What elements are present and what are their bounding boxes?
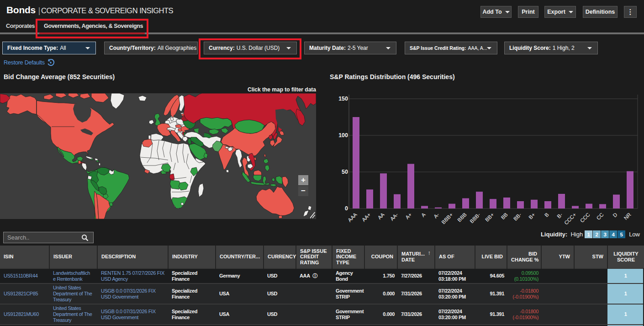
svg-text:D: D bbox=[612, 212, 618, 218]
svg-text:B: B bbox=[544, 212, 550, 218]
svg-text:B+: B+ bbox=[528, 212, 536, 220]
svg-text:BBB: BBB bbox=[456, 212, 468, 223]
svg-text:BBB-: BBB- bbox=[469, 212, 481, 224]
svg-text:CC: CC bbox=[596, 212, 605, 221]
svg-text:150: 150 bbox=[338, 96, 348, 102]
svg-text:AA+: AA+ bbox=[361, 212, 372, 223]
svg-text:BB+: BB+ bbox=[484, 212, 495, 223]
svg-text:B-: B- bbox=[556, 212, 564, 219]
svg-text:0: 0 bbox=[345, 205, 348, 212]
svg-text:AA: AA bbox=[377, 212, 386, 221]
svg-text:AAA: AAA bbox=[347, 212, 358, 223]
svg-text:BB: BB bbox=[500, 212, 509, 221]
svg-text:AA-: AA- bbox=[389, 212, 399, 222]
svg-text:CCC: CCC bbox=[579, 212, 591, 224]
svg-text:CCC+: CCC+ bbox=[563, 212, 577, 226]
svg-text:BBB+: BBB+ bbox=[440, 212, 454, 225]
svg-text:NR: NR bbox=[623, 212, 632, 221]
svg-text:A-: A- bbox=[433, 212, 440, 219]
svg-text:50: 50 bbox=[342, 169, 348, 175]
svg-text:100: 100 bbox=[338, 132, 348, 139]
svg-text:BB-: BB- bbox=[512, 212, 523, 222]
svg-text:A+: A+ bbox=[404, 212, 413, 220]
svg-text:A: A bbox=[420, 212, 427, 218]
